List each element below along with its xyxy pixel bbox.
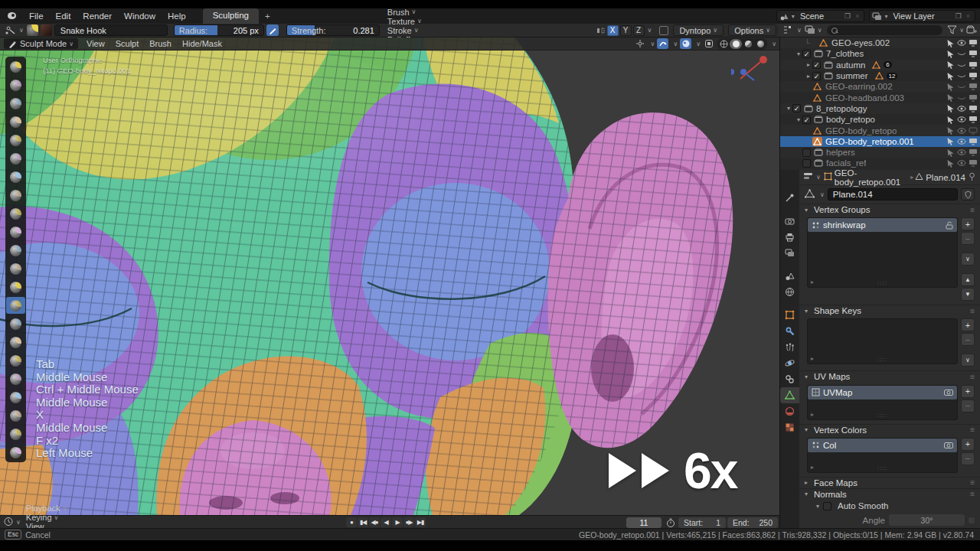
xray-icon[interactable] xyxy=(680,38,691,49)
tool-clay-strips-icon[interactable] xyxy=(6,95,25,112)
shading-solid-icon[interactable] xyxy=(730,39,742,49)
outliner-row[interactable]: GEO-body_retopo.001 xyxy=(780,136,980,147)
chevron-down-icon[interactable]: ∨ xyxy=(648,27,652,34)
add-vertex-group-button[interactable]: + xyxy=(961,217,975,230)
tool-clay-icon[interactable] xyxy=(6,77,25,93)
outliner-row[interactable]: helpers xyxy=(780,147,980,158)
cursor-icon[interactable] xyxy=(946,50,955,58)
menu-stroke[interactable]: Stroke∨ xyxy=(382,26,427,35)
frame-start-field[interactable]: Start: 1 xyxy=(678,517,726,528)
add-vertex-color-button[interactable]: + xyxy=(961,438,975,451)
close-scene-icon[interactable]: × xyxy=(853,12,861,20)
outliner-row[interactable]: GEO-headband.003 xyxy=(780,92,980,103)
funnel-filter-icon[interactable] xyxy=(947,24,957,37)
properties-tab-tool[interactable] xyxy=(780,190,799,206)
shading-material-icon[interactable] xyxy=(742,39,754,49)
properties-tab-physics[interactable] xyxy=(780,355,799,371)
eye-icon[interactable] xyxy=(957,127,966,135)
properties-tab-particles[interactable] xyxy=(780,339,799,355)
remove-uv-map-button[interactable]: − xyxy=(961,399,975,412)
vertex-color-item[interactable]: Col xyxy=(808,439,957,452)
sculpt-checkbox-icon[interactable] xyxy=(659,26,668,35)
remove-vertex-group-button[interactable]: − xyxy=(961,232,975,245)
play-button[interactable]: ▶ xyxy=(392,517,403,527)
menu-brush[interactable]: Brush∨ xyxy=(382,8,427,17)
menu-texture[interactable]: Texture∨ xyxy=(382,17,427,26)
camera-icon[interactable] xyxy=(944,442,953,448)
monitor-icon[interactable] xyxy=(969,138,978,145)
lock-open-icon[interactable] xyxy=(946,221,953,230)
remove-shape-key-button[interactable]: − xyxy=(961,333,975,346)
properties-tab-world[interactable] xyxy=(780,284,799,300)
play-reverse-button[interactable]: ◀ xyxy=(381,517,391,527)
tool-layer-icon[interactable] xyxy=(6,113,25,130)
copy-scene-icon[interactable]: ❐ xyxy=(842,12,853,20)
tool-smooth-icon[interactable] xyxy=(6,187,25,204)
collection-checkbox[interactable]: ✓ xyxy=(802,50,811,58)
tool-crease-icon[interactable] xyxy=(6,168,25,185)
new-collection-button[interactable] xyxy=(966,24,977,37)
close-view-layer-icon[interactable]: × xyxy=(964,12,972,20)
tool-blob-icon[interactable] xyxy=(6,150,25,167)
properties-tab-view-layer[interactable] xyxy=(780,245,799,261)
viewport-menu-hide-mask[interactable]: Hide/Mask xyxy=(177,39,227,48)
mirror-z-toggle[interactable]: Z xyxy=(633,25,645,36)
outliner-row[interactable]: facials_ref xyxy=(780,158,980,168)
properties-tab-object[interactable] xyxy=(780,307,799,323)
vertex-group-item[interactable]: shrinkwrap xyxy=(808,218,957,232)
show-overlays-icon[interactable] xyxy=(657,38,668,49)
tool-mask-icon[interactable] xyxy=(6,407,25,424)
move-up-button[interactable]: ▲ xyxy=(961,273,975,286)
axis-gizmo[interactable] xyxy=(731,51,773,89)
eye-icon[interactable] xyxy=(957,148,966,156)
outliner-row[interactable]: ▾✓7_clothes xyxy=(780,48,980,59)
timeline-editor-icon[interactable] xyxy=(3,517,14,528)
scene-selector[interactable]: ▾ Scene ❐ × xyxy=(776,10,865,22)
monitor-icon[interactable] xyxy=(969,105,978,112)
expander-icon[interactable]: ▸ xyxy=(805,61,812,68)
eye-icon[interactable] xyxy=(957,105,966,112)
brush-texture-preview-icon[interactable] xyxy=(41,24,52,36)
menu-window[interactable]: Window xyxy=(118,10,162,22)
shading-rendered-icon[interactable] xyxy=(754,39,766,49)
outliner-filter-icon[interactable] xyxy=(805,24,815,37)
tool-nudge-icon[interactable] xyxy=(6,352,25,369)
vertex-group-specials-button[interactable]: ∨ xyxy=(961,253,975,266)
cursor-icon[interactable] xyxy=(946,60,955,69)
breadcrumb-data[interactable]: Plane.014 xyxy=(926,173,965,182)
tool-flatten-icon[interactable] xyxy=(6,205,25,222)
tool-inflate-icon[interactable] xyxy=(6,132,25,148)
properties-tab-render[interactable] xyxy=(780,213,799,229)
stopwatch-icon[interactable] xyxy=(666,518,675,529)
monitor-icon[interactable] xyxy=(969,148,978,156)
tool-snake-hook-icon[interactable] xyxy=(6,297,25,314)
collection-checkbox[interactable]: ✓ xyxy=(802,116,811,124)
shape-key-specials-button[interactable]: ∨ xyxy=(961,354,975,367)
copy-view-layer-icon[interactable]: ❐ xyxy=(953,12,964,20)
add-shape-key-button[interactable]: + xyxy=(961,318,975,331)
add-uv-map-button[interactable]: + xyxy=(961,385,975,398)
eye-closed-icon[interactable] xyxy=(957,50,966,57)
eye-closed-icon[interactable] xyxy=(957,83,966,90)
tool-grab-icon[interactable] xyxy=(6,279,25,295)
outliner-row[interactable]: ▾✓body_retopo xyxy=(780,114,980,125)
uv-map-item[interactable]: UVMap xyxy=(808,386,957,399)
tool-fill-icon[interactable] xyxy=(6,223,25,240)
viewport-menu-sculpt[interactable]: Sculpt xyxy=(110,39,145,48)
viewport-menu-view[interactable]: View xyxy=(81,39,110,48)
cursor-icon[interactable] xyxy=(946,116,955,124)
properties-tab-object-data[interactable] xyxy=(780,387,799,403)
outliner-row[interactable]: GEO-earring.002 xyxy=(780,81,980,92)
tool-pose-icon[interactable] xyxy=(6,334,25,350)
cursor-icon[interactable] xyxy=(946,39,955,47)
radius-slider[interactable]: Radius: 205 px xyxy=(174,24,264,36)
add-workspace-button[interactable]: + xyxy=(259,10,276,22)
tool-box-hide-icon[interactable] xyxy=(6,425,25,442)
eye-closed-icon[interactable] xyxy=(957,72,966,80)
expander-icon[interactable]: ▸ xyxy=(805,73,812,80)
eye-icon[interactable] xyxy=(957,39,966,47)
section-vertex-groups[interactable]: ▾Vertex Groups≡ xyxy=(799,204,980,215)
workspace-tab-sculpting[interactable]: Sculpting xyxy=(203,8,259,24)
section-vertex-colors[interactable]: ▾Vertex Colors≡ xyxy=(799,424,980,435)
brush-name-field[interactable]: Snake Hook xyxy=(54,24,168,36)
